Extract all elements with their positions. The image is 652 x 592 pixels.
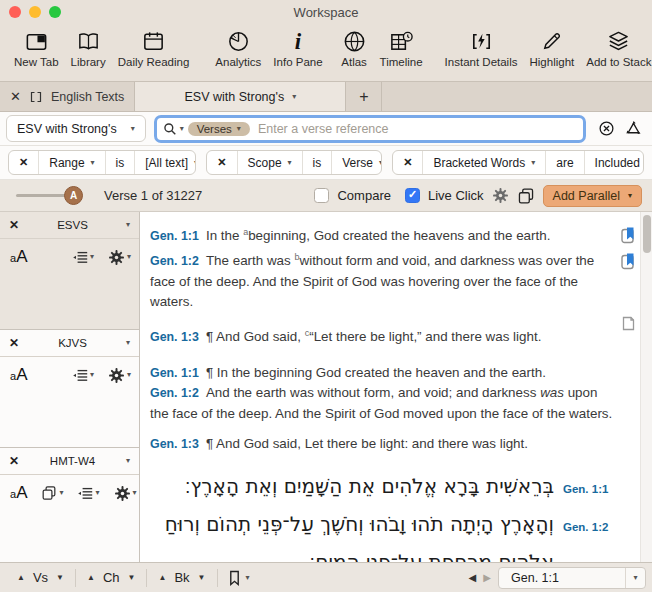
filter-value-dropdown[interactable]: [All text]▾ [134,151,196,174]
clear-search-icon[interactable] [598,120,615,137]
display-settings-dropdown[interactable]: ▾ [77,485,99,501]
gear-icon[interactable] [492,187,509,204]
text-size-control[interactable]: aA [10,365,27,385]
back-arrow-icon[interactable]: ◀ [469,573,477,583]
verse-ref[interactable]: Gen. 1:1 [150,229,199,243]
verse-paragraph: Gen. 1:2The earth was bwithout form and … [150,247,618,313]
gear-icon [115,255,119,259]
verse-ref[interactable]: Gen. 1:2 [150,254,199,268]
chevron-down-icon: ▾ [127,371,131,379]
tab-bar-controls: ✕ English Texts [0,82,134,111]
highlight-button[interactable]: Highlight [529,28,574,68]
chevron-down-icon: ▾ [90,371,94,379]
info-pane-button[interactable]: i Info Pane [273,28,322,68]
verse-control-row: A Verse 1 of 31227 Compare Live Click Ad… [0,180,652,212]
up-arrow-icon[interactable]: ▲ [87,574,95,582]
analytics-button[interactable]: Analytics [215,28,261,68]
pane-title[interactable]: HMT-W4 [19,455,126,467]
chevron-down-icon[interactable]: ▾ [126,221,130,229]
recycle-icon[interactable] [625,120,642,137]
close-icon[interactable]: ✕ [9,218,19,232]
add-tab-button[interactable]: + [346,82,382,111]
chevron-down-icon[interactable]: ▾ [180,125,184,133]
chevron-down-icon[interactable]: ▾ [126,457,130,465]
verse-paragraph: Gen. 1:3¶ And God said, Let there be lig… [150,434,618,455]
chevron-down-icon: ▾ [194,159,196,167]
atlas-button[interactable]: Atlas [341,28,368,68]
verse-ref[interactable]: Gen. 1:2 [150,386,199,400]
chevron-down-icon: ▾ [91,159,95,167]
add-to-stack-button[interactable]: Add to Stack [586,28,651,68]
up-arrow-icon[interactable]: ▲ [17,574,25,582]
filter-row: ✕ Range▾ is [All text]▾ ✕ Scope▾ is Vers… [0,146,652,180]
text-size-control[interactable]: aA [10,483,27,503]
pane-gear-dropdown[interactable]: ▾ [108,367,131,384]
compare-checkbox[interactable] [314,188,329,203]
verse-search-input[interactable] [258,122,577,136]
note-icon[interactable] [622,316,635,331]
down-arrow-icon[interactable]: ▼ [56,574,64,582]
close-icon[interactable]: ✕ [9,151,38,174]
pane-gear-dropdown[interactable]: ▾ [114,485,137,502]
verse-slider-knob[interactable]: A [64,186,83,205]
verse-paragraph: Gen. 1:3¶ And God said, c“Let there be l… [150,323,618,348]
bookmark-icon[interactable] [621,227,635,244]
search-mode-pill[interactable]: Verses ▾ [188,122,250,136]
new-tab-button[interactable]: New Tab [14,28,59,68]
close-icon[interactable]: ✕ [393,151,422,174]
chevron-down-icon[interactable]: ▾ [126,339,130,347]
filter-value-dropdown[interactable]: Included▾ [584,151,644,174]
filter-name-dropdown[interactable]: Range▾ [38,151,104,174]
close-icon[interactable]: ✕ [9,336,19,350]
bookmark-icon[interactable] [621,253,635,270]
filter-name-dropdown[interactable]: Bracketed Words▾ [422,151,545,174]
verse-ref[interactable]: Gen. 1:1 [150,366,199,380]
display-settings-dropdown[interactable]: ▾ [72,249,94,265]
verse-search-box: ▾ Verses ▾ [154,115,586,143]
live-click-checkbox[interactable] [405,188,420,203]
forward-arrow-icon[interactable]: ▶ [483,573,491,583]
verse-ref[interactable]: Gen. 1:2 [554,510,616,545]
instant-details-button[interactable]: Instant Details [445,28,518,68]
tab-esv-with-strongs[interactable]: ESV with Strong's ▾ [134,82,346,111]
up-arrow-icon[interactable]: ▲ [158,574,166,582]
parallel-pages-dropdown[interactable]: ▾ [41,485,63,501]
pane-gear-dropdown[interactable]: ▾ [108,249,131,266]
vertical-scrollbar[interactable] [640,212,652,562]
down-arrow-icon[interactable]: ▼ [128,574,136,582]
pane-title[interactable]: KJVS [19,337,126,349]
daily-reading-button[interactable]: Daily Reading [118,28,190,68]
filter-range: ✕ Range▾ is [All text]▾ [8,150,196,175]
verse-slider[interactable]: A [16,194,80,197]
gear-icon [115,373,119,377]
text-size-control[interactable]: aA [10,247,27,267]
bible-text-area[interactable]: Gen. 1:1In the abeginning, God created t… [140,212,652,562]
search-icon[interactable] [163,122,177,136]
close-icon[interactable]: ✕ [9,454,19,468]
module-selector-button[interactable]: ESV with Strong's ▾ [6,115,146,142]
display-settings-dropdown[interactable]: ▾ [72,367,94,383]
chevron-down-icon: ▾ [628,192,632,200]
verse-ref[interactable]: Gen. 1:1 [554,472,616,507]
close-zone-icon[interactable]: ✕ [10,89,21,104]
filter-name-dropdown[interactable]: Scope▾ [237,151,302,174]
verse-paragraph: Gen. 1:2And the earth was without form, … [150,383,618,424]
expand-zone-icon[interactable] [30,91,42,103]
bottom-bar-right: ◀ ▶ Gen. 1:1 ▾ [469,567,646,589]
add-parallel-button[interactable]: Add Parallel ▾ [543,185,642,207]
verse-ref[interactable]: Gen. 1:3 [150,330,199,344]
text-browser-icon[interactable] [517,187,535,205]
verse-ref[interactable]: Gen. 1:3 [150,437,199,451]
verse-selector[interactable]: Gen. 1:1 ▾ [498,567,646,589]
timeline-button[interactable]: Timeline [380,28,423,68]
down-arrow-icon[interactable]: ▼ [198,574,206,582]
pane-title[interactable]: ESVS [19,219,126,231]
content-area: ✕ ESVS ▾ aA ▾ ▾ ✕ KJVS ▾ aA ▾ [0,212,652,562]
filter-value-dropdown[interactable]: Verse▾ [331,151,382,174]
chevron-down-icon: ▾ [288,159,292,167]
scrollbar-thumb[interactable] [643,215,651,253]
filter-bracketed-words: ✕ Bracketed Words▾ are Included▾ [392,150,644,175]
library-button[interactable]: Library [71,28,106,68]
close-icon[interactable]: ✕ [207,151,236,174]
bookmark-dropdown[interactable]: ▾ [218,570,260,586]
